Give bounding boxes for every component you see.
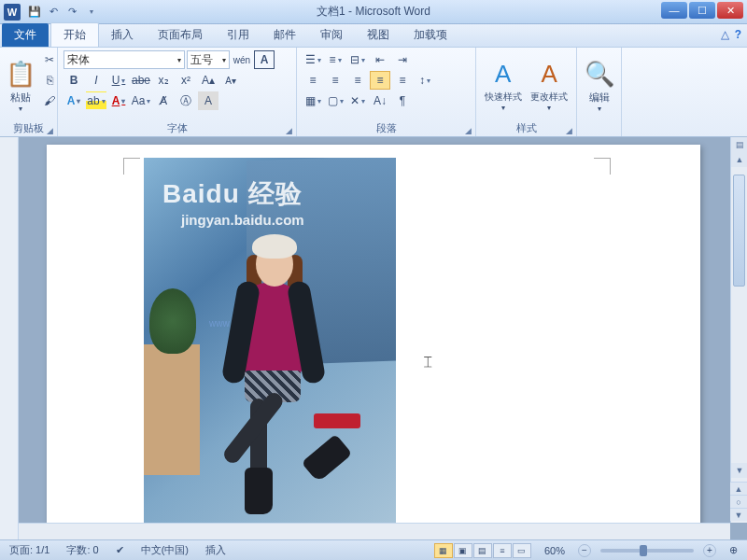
cut-icon[interactable]: ✂ xyxy=(39,50,60,69)
superscript-button[interactable]: x² xyxy=(176,71,196,90)
status-insert-mode[interactable]: 插入 xyxy=(202,543,230,557)
character-border-icon[interactable]: A xyxy=(254,50,275,69)
quick-styles-button[interactable]: A 快速样式 ▾ xyxy=(482,50,525,121)
status-words[interactable]: 字数: 0 xyxy=(63,543,102,557)
text-effects-icon[interactable]: A xyxy=(63,91,84,110)
paragraph-launcher-icon[interactable]: ◢ xyxy=(465,126,472,135)
scroll-up-icon[interactable]: ▲ xyxy=(731,152,747,167)
undo-icon[interactable]: ↶ xyxy=(45,4,62,21)
view-web-layout-icon[interactable]: ▤ xyxy=(473,543,492,558)
tab-references[interactable]: 引用 xyxy=(215,23,261,47)
close-button[interactable]: ✕ xyxy=(717,2,743,19)
zoom-fit-icon[interactable]: ⊕ xyxy=(726,544,741,556)
line-spacing-icon[interactable]: ↕ xyxy=(415,71,435,90)
tab-home[interactable]: 开始 xyxy=(50,22,99,47)
tab-file[interactable]: 文件 xyxy=(2,23,49,47)
subscript-button[interactable]: x₂ xyxy=(153,71,174,90)
save-icon[interactable]: 💾 xyxy=(26,4,43,21)
numbering-icon[interactable]: ≡ xyxy=(325,50,345,69)
editing-button[interactable]: 🔍 编辑 ▾ xyxy=(583,50,615,121)
ruler-toggle-icon[interactable]: ▤ xyxy=(731,137,747,152)
font-launcher-icon[interactable]: ◢ xyxy=(286,126,292,135)
redo-icon[interactable]: ↷ xyxy=(63,4,80,21)
enclose-characters-icon[interactable]: Ⓐ xyxy=(176,91,196,110)
font-size-select[interactable]: 五号▾ xyxy=(187,50,230,69)
align-center-icon[interactable]: ≡ xyxy=(325,71,345,90)
strikethrough-button[interactable]: abe xyxy=(131,71,151,90)
tab-addins[interactable]: 加载项 xyxy=(402,23,459,47)
margin-corner-tr xyxy=(594,158,611,175)
shrink-font-icon[interactable]: A▾ xyxy=(220,71,241,90)
status-language[interactable]: 中文(中国) xyxy=(137,543,192,557)
sort-icon[interactable]: A↓ xyxy=(370,91,390,110)
distributed-icon[interactable]: ≡ xyxy=(392,71,413,90)
tab-insert[interactable]: 插入 xyxy=(99,23,146,47)
align-left-icon[interactable]: ≡ xyxy=(303,71,323,90)
browse-select-icon[interactable]: ○ xyxy=(730,495,747,508)
borders-icon[interactable]: ▢ xyxy=(325,91,345,110)
vertical-scrollbar[interactable]: ▤ ▲ ▼ xyxy=(730,137,747,523)
multilevel-list-icon[interactable]: ⊟ xyxy=(347,50,368,69)
window-controls: — ☐ ✕ xyxy=(661,2,743,19)
zoom-level[interactable]: 60% xyxy=(541,545,569,556)
shading-icon[interactable]: ▦ xyxy=(303,91,323,110)
paste-button[interactable]: 📋 粘贴 ▾ xyxy=(6,50,35,121)
font-color-icon[interactable]: A xyxy=(108,91,129,110)
zoom-slider[interactable] xyxy=(600,549,694,553)
tab-review[interactable]: 审阅 xyxy=(308,23,355,47)
prev-page-icon[interactable]: ▲ xyxy=(730,482,747,495)
phonetic-guide-icon[interactable]: wén xyxy=(232,50,252,69)
tab-view[interactable]: 视图 xyxy=(355,23,402,47)
highlight-icon[interactable]: ab xyxy=(86,91,106,110)
increase-indent-icon[interactable]: ⇥ xyxy=(392,50,413,69)
zoom-out-button[interactable]: − xyxy=(578,544,591,557)
format-painter-icon[interactable]: 🖌 xyxy=(39,91,60,110)
bullets-icon[interactable]: ☰ xyxy=(303,50,323,69)
view-buttons: ▦ ▣ ▤ ≡ ▭ xyxy=(434,543,531,558)
italic-button[interactable]: I xyxy=(86,71,106,90)
change-styles-button[interactable]: A 更改样式 ▾ xyxy=(529,50,571,121)
horizontal-scrollbar[interactable] xyxy=(19,523,730,539)
minimize-button[interactable]: — xyxy=(661,2,687,19)
scroll-down-icon[interactable]: ▼ xyxy=(731,463,747,478)
scroll-thumb[interactable] xyxy=(733,175,745,287)
align-justify-icon[interactable]: ≡ xyxy=(370,71,390,90)
view-outline-icon[interactable]: ≡ xyxy=(493,543,512,558)
asian-layout-icon[interactable]: ✕ xyxy=(347,91,368,110)
font-name-select[interactable]: 宋体▾ xyxy=(63,50,185,69)
status-page[interactable]: 页面: 1/1 xyxy=(6,543,53,557)
proofing-icon[interactable]: ✔ xyxy=(112,544,128,556)
maximize-button[interactable]: ☐ xyxy=(689,2,715,19)
styles-launcher-icon[interactable]: ◢ xyxy=(566,126,572,135)
align-right-icon[interactable]: ≡ xyxy=(347,71,368,90)
copy-icon[interactable]: ⎘ xyxy=(39,71,60,90)
page[interactable]: Baidu 经验 jingyan.baidu.com www xyxy=(47,145,700,539)
bold-button[interactable]: B xyxy=(63,71,84,90)
clipboard-launcher-icon[interactable]: ◢ xyxy=(47,126,53,135)
show-marks-icon[interactable]: ¶ xyxy=(392,91,413,110)
view-full-screen-icon[interactable]: ▣ xyxy=(454,543,472,558)
grow-font-icon[interactable]: A▴ xyxy=(198,71,218,90)
watermark-small: www xyxy=(209,318,230,329)
group-styles: A 快速样式 ▾ A 更改样式 ▾ 样式◢ xyxy=(476,48,577,136)
clear-formatting-icon[interactable]: A̸ xyxy=(153,91,174,110)
word-app-icon: W xyxy=(4,4,21,21)
tab-layout[interactable]: 页面布局 xyxy=(146,23,215,47)
qat-customize[interactable] xyxy=(82,4,99,21)
zoom-slider-thumb[interactable] xyxy=(640,545,647,556)
change-case-icon[interactable]: Aa xyxy=(131,91,151,110)
vertical-ruler[interactable] xyxy=(0,137,19,539)
inserted-image[interactable]: Baidu 经验 jingyan.baidu.com www xyxy=(144,158,396,531)
decrease-indent-icon[interactable]: ⇤ xyxy=(370,50,390,69)
tab-mailings[interactable]: 邮件 xyxy=(261,23,308,47)
help-icon[interactable]: ? xyxy=(735,28,741,41)
view-draft-icon[interactable]: ▭ xyxy=(513,543,531,558)
character-shading-icon[interactable]: A xyxy=(198,91,218,110)
margin-corner-tl xyxy=(123,158,140,175)
zoom-in-button[interactable]: + xyxy=(703,544,716,557)
minimize-ribbon-icon[interactable]: △ xyxy=(721,28,729,41)
underline-button[interactable]: U xyxy=(108,71,129,90)
next-page-icon[interactable]: ▼ xyxy=(730,508,747,521)
view-print-layout-icon[interactable]: ▦ xyxy=(434,543,453,558)
quick-access-toolbar: 💾 ↶ ↷ xyxy=(26,4,99,21)
